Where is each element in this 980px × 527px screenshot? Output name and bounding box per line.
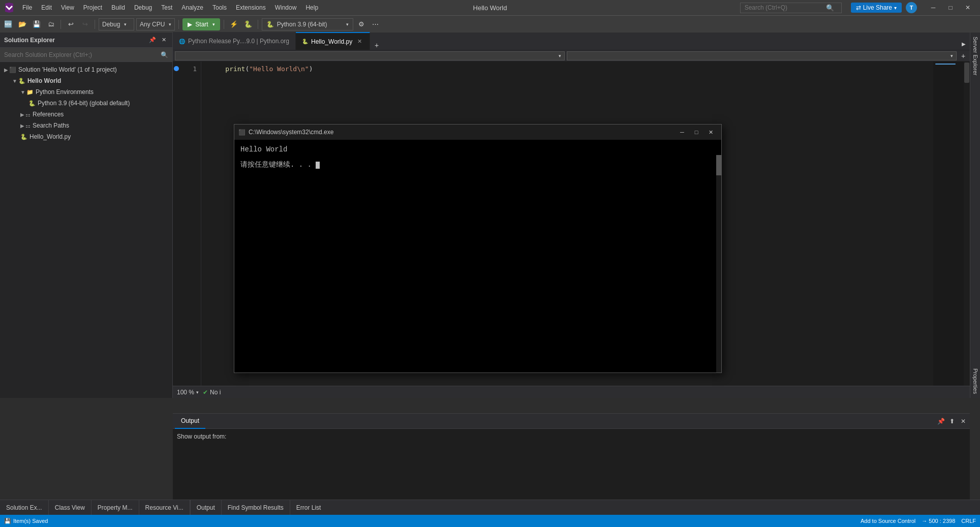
- close-button[interactable]: ✕: [960, 2, 976, 13]
- performance-button[interactable]: ⚡: [228, 18, 240, 30]
- live-share-button[interactable]: ⇄ Live Share ▾: [851, 3, 902, 13]
- class-view-tab[interactable]: Class View: [49, 500, 91, 515]
- server-explorer-tab[interactable]: Server Explorer: [971, 33, 979, 79]
- cmd-close-button[interactable]: ✕: [704, 127, 717, 137]
- menu-tools[interactable]: Tools: [208, 3, 231, 12]
- right-sidebar: Server Explorer Properties: [970, 33, 980, 398]
- save-all-button[interactable]: 🗂: [45, 18, 57, 30]
- cmd-maximize-button[interactable]: □: [690, 127, 703, 137]
- line-num-1: 1: [181, 64, 201, 74]
- line-col-status[interactable]: → 500 : 2398: [922, 518, 955, 524]
- error-list-tab[interactable]: Error List: [290, 500, 327, 515]
- python-envs-node[interactable]: ▼ 📁 Python Environments: [0, 86, 172, 98]
- tab-close-button[interactable]: ✕: [355, 38, 363, 46]
- platform-dropdown[interactable]: Any CPU ▾: [136, 18, 175, 30]
- undo-button[interactable]: ↩: [65, 18, 77, 30]
- debug-config-dropdown[interactable]: Debug ▾: [99, 18, 134, 30]
- cmd-cursor: [316, 162, 320, 169]
- title-bar-right: 🔍 ⇄ Live Share ▾ T ─ □ ✕: [740, 2, 976, 13]
- breakpoint-1[interactable]: [174, 66, 179, 71]
- project-icon: 🐍: [18, 78, 25, 84]
- save-button[interactable]: 💾: [30, 18, 43, 30]
- menu-debug[interactable]: Debug: [130, 3, 156, 12]
- solution-explorer-tab[interactable]: Solution Ex...: [0, 500, 49, 515]
- file-node[interactable]: 🐍 Hello_World.py: [0, 131, 172, 142]
- menu-project[interactable]: Project: [79, 3, 106, 12]
- menu-extensions[interactable]: Extensions: [232, 3, 270, 12]
- menu-window[interactable]: Window: [271, 3, 301, 12]
- cmd-output-line1: Hello World: [240, 144, 715, 155]
- property-manager-tab[interactable]: Property M...: [91, 500, 139, 515]
- items-saved-status[interactable]: 💾 Item(s) Saved: [4, 518, 48, 524]
- minimap-line-1: [935, 64, 956, 65]
- member-dropdown[interactable]: ▾: [567, 51, 957, 60]
- no-issues-label: No i: [210, 389, 221, 396]
- se-search-input[interactable]: [4, 51, 161, 58]
- properties-tab[interactable]: Properties: [971, 364, 979, 398]
- se-search-icon: 🔍: [161, 51, 168, 58]
- menu-edit[interactable]: Edit: [37, 3, 56, 12]
- solution-explorer-panel: Solution Explorer 📌 ✕ 🔍 ▶ ⬛ Solution 'He…: [0, 33, 173, 398]
- toolbar-sep-5: [258, 20, 258, 29]
- start-button[interactable]: ▶ Start ▾: [182, 18, 220, 30]
- find-symbol-tab[interactable]: Find Symbol Results: [222, 500, 290, 515]
- solution-node[interactable]: ▶ ⬛ Solution 'Hello World' (1 of 1 proje…: [0, 64, 172, 75]
- global-search-box[interactable]: 🔍: [740, 3, 842, 13]
- output-strip-tab[interactable]: Output: [191, 500, 222, 515]
- python-version-label: Python 3.9 (64-bit): [277, 21, 327, 28]
- editor-scrollbar-v[interactable]: [964, 61, 970, 386]
- close-bottom-button[interactable]: ✕: [959, 417, 968, 426]
- resource-view-tab[interactable]: Resource Vi...: [139, 500, 190, 515]
- python-extra-button[interactable]: ⋯: [370, 18, 382, 30]
- references-node[interactable]: ▶ ⚏ References: [0, 109, 172, 120]
- redo-button[interactable]: ↪: [79, 18, 91, 30]
- menu-file[interactable]: File: [18, 3, 36, 12]
- tab-python-release[interactable]: 🌐 Python Release Py....9.0 | Python.org: [173, 32, 296, 50]
- new-project-button[interactable]: 🆕: [2, 18, 14, 30]
- save-icon: 💾: [4, 518, 11, 524]
- python-selector[interactable]: 🐍 Python 3.9 (64-bit) ▾: [262, 18, 353, 30]
- menu-build[interactable]: Build: [107, 3, 129, 12]
- new-tab-button[interactable]: +: [372, 41, 381, 50]
- se-search-bar[interactable]: 🔍: [0, 48, 172, 62]
- cmd-titlebar: ⬛ C:\Windows\system32\cmd.exe ─ □ ✕: [234, 125, 721, 140]
- maximize-button[interactable]: □: [942, 2, 959, 13]
- crlf-status[interactable]: CRLF: [961, 518, 976, 524]
- search-paths-node[interactable]: ▶ ⚏ Search Paths: [0, 120, 172, 131]
- zoom-label: 100 %: [177, 389, 194, 396]
- cmd-minimize-button[interactable]: ─: [676, 127, 689, 137]
- zoom-control[interactable]: 100 % ▾: [177, 389, 199, 396]
- menu-help[interactable]: Help: [301, 3, 322, 12]
- tab-hello-world[interactable]: 🐍 Hello_World.py ✕: [296, 32, 370, 50]
- scope-dropdown[interactable]: ▾: [175, 51, 565, 60]
- tab-scroll-right[interactable]: ▶: [958, 38, 970, 50]
- minimize-button[interactable]: ─: [925, 2, 941, 13]
- add-to-source-control[interactable]: Add to Source Control: [861, 518, 915, 524]
- open-button[interactable]: 📂: [16, 18, 28, 30]
- cmd-scrollbar-thumb[interactable]: [716, 155, 721, 175]
- editor-nav-bar: ▾ ▾ +: [173, 50, 970, 61]
- python-env-button[interactable]: 🐍: [242, 18, 254, 30]
- search-paths-label: Search Paths: [33, 122, 69, 129]
- python-env-settings-button[interactable]: ⚙: [355, 18, 368, 30]
- python-version-node[interactable]: 🐍 Python 3.9 (64-bit) (global default): [0, 98, 172, 109]
- line-number-gutter: 1: [181, 61, 201, 386]
- menu-view[interactable]: View: [57, 3, 78, 12]
- cmd-scrollbar[interactable]: [716, 155, 721, 373]
- global-search-input[interactable]: [745, 4, 826, 11]
- status-bar-right: Add to Source Control → 500 : 2398 CRLF: [861, 518, 976, 524]
- solution-label: Solution 'Hello World' (1 of 1 project): [18, 66, 117, 73]
- project-node[interactable]: ▼ 🐍 Hello World: [0, 75, 172, 86]
- output-row: Show output from:: [177, 433, 966, 440]
- expand-bottom-button[interactable]: ⬆: [947, 417, 957, 426]
- user-avatar[interactable]: T: [906, 2, 917, 13]
- tab-output[interactable]: Output: [175, 414, 205, 429]
- editor-scrollbar-thumb[interactable]: [964, 63, 969, 83]
- pin-panel-button[interactable]: 📌: [148, 36, 157, 45]
- menu-analyze[interactable]: Analyze: [177, 3, 207, 12]
- pin-bottom-button[interactable]: 📌: [936, 417, 945, 426]
- file-tab-icon: 🐍: [302, 39, 308, 44]
- editor-nav-add-button[interactable]: +: [959, 51, 968, 60]
- menu-test[interactable]: Test: [157, 3, 176, 12]
- close-panel-button[interactable]: ✕: [159, 36, 168, 45]
